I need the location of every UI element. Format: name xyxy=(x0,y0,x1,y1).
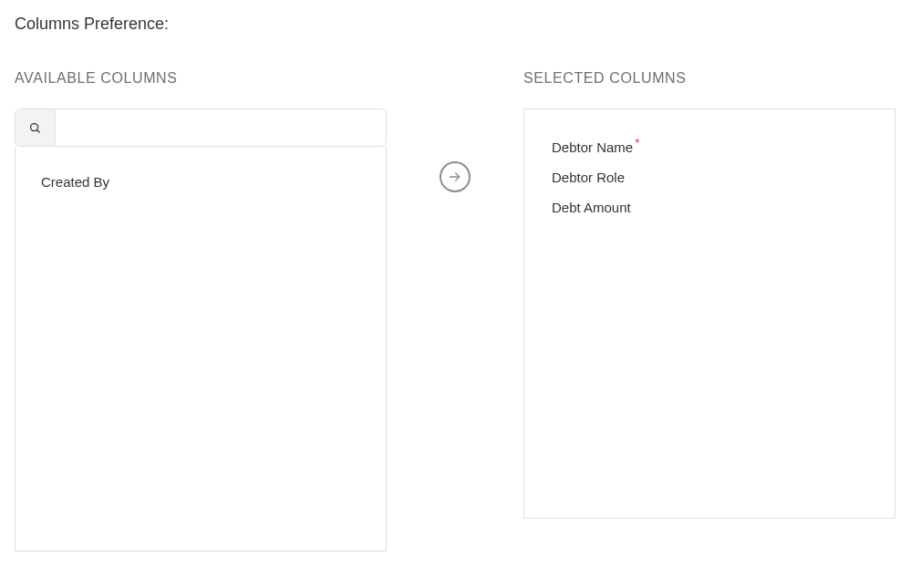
list-item[interactable]: Debt Amount xyxy=(552,192,867,222)
list-item[interactable]: Debtor Name* xyxy=(552,129,867,162)
available-columns-search-input[interactable] xyxy=(56,109,386,146)
available-columns-heading: AVAILABLE COLUMNS xyxy=(15,70,387,87)
list-item[interactable]: Created By xyxy=(41,167,360,197)
move-right-button[interactable] xyxy=(440,161,471,192)
list-item-label: Debtor Name xyxy=(552,139,633,155)
page-title: Columns Preference: xyxy=(15,15,906,34)
list-item[interactable]: Debtor Role xyxy=(552,162,867,192)
list-item-label: Created By xyxy=(41,174,109,190)
arrow-right-icon xyxy=(448,170,462,184)
search-wrapper xyxy=(15,108,387,147)
selected-columns-heading: SELECTED COLUMNS xyxy=(523,70,895,87)
required-indicator: * xyxy=(635,136,639,150)
available-columns-list: Created By xyxy=(15,147,387,552)
columns-dual-list: AVAILABLE COLUMNS Created By xyxy=(15,70,906,552)
list-item-label: Debt Amount xyxy=(552,200,631,215)
selected-columns-list: Debtor Name* Debtor Role Debt Amount xyxy=(523,108,895,519)
svg-point-0 xyxy=(31,123,38,130)
selected-columns-panel: SELECTED COLUMNS Debtor Name* Debtor Rol… xyxy=(523,70,895,519)
transfer-controls xyxy=(387,70,523,192)
available-columns-panel: AVAILABLE COLUMNS Created By xyxy=(15,70,387,552)
list-item-label: Debtor Role xyxy=(552,170,625,185)
search-icon xyxy=(16,109,56,146)
svg-line-1 xyxy=(37,129,40,132)
